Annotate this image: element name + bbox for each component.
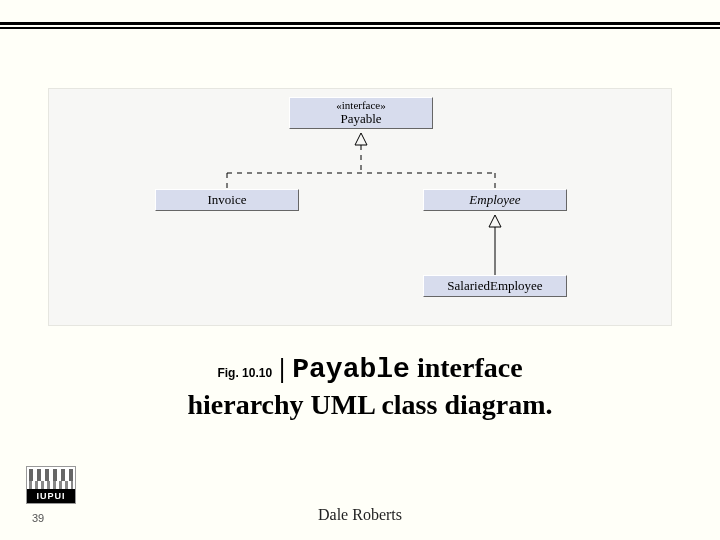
figure-caption: Fig. 10.10 | Payable interface hierarchy… bbox=[60, 350, 680, 422]
author-name: Dale Roberts bbox=[0, 506, 720, 524]
caption-separator: | bbox=[272, 352, 292, 383]
class-name: Employee bbox=[424, 193, 566, 208]
class-name: SalariedEmployee bbox=[424, 279, 566, 294]
uml-class-salariedemployee: SalariedEmployee bbox=[423, 275, 567, 297]
caption-line2: hierarchy UML class diagram. bbox=[60, 387, 680, 422]
class-name: Invoice bbox=[156, 193, 298, 208]
caption-rest1: interface bbox=[410, 352, 523, 383]
uml-class-invoice: Invoice bbox=[155, 189, 299, 211]
header-rule bbox=[0, 22, 720, 28]
class-name: Payable bbox=[290, 112, 432, 127]
caption-classname: Payable bbox=[292, 354, 410, 385]
slide-footer: IUPUI 39 Dale Roberts bbox=[0, 482, 720, 530]
stereotype-label: «interface» bbox=[290, 99, 432, 112]
logo-text: IUPUI bbox=[27, 489, 75, 503]
uml-class-employee: Employee bbox=[423, 189, 567, 211]
uml-interface-payable: «interface» Payable bbox=[289, 97, 433, 129]
iupui-logo: IUPUI bbox=[26, 466, 76, 504]
figure-number: Fig. 10.10 bbox=[217, 366, 272, 380]
uml-diagram-panel: «interface» Payable Invoice Employee Sal… bbox=[48, 88, 672, 326]
svg-marker-5 bbox=[489, 215, 501, 227]
svg-marker-0 bbox=[355, 133, 367, 145]
